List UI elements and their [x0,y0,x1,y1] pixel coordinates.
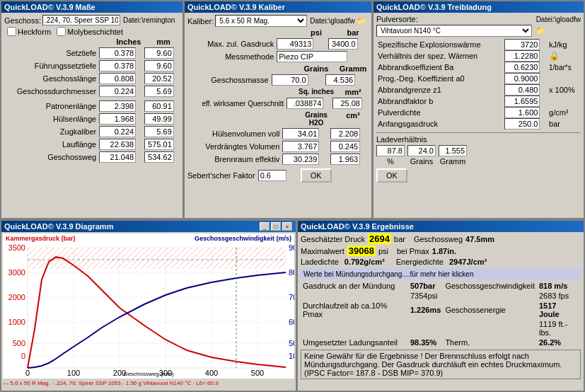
huelsen-gr[interactable] [282,128,319,139]
pulversorte-icon: 📁 [535,26,545,35]
energiedichte-val: 2947J/cm³ [449,258,487,266]
svg-text:500: 500 [289,339,294,347]
panel-masse: QuickLOAD© V.3.9 Maße Geschoss: Datei:\r… [0,0,184,219]
durchmesser-mm[interactable] [144,86,174,97]
patronen-mm[interactable] [144,100,174,112]
ladedichte-val: 0.792g/cm³ [344,258,385,266]
kaliber-title: QuickLOAD© V.3.9 Kaliber [185,1,371,13]
col-bar: bar [337,28,369,37]
max-gasdruck-bar[interactable] [328,38,358,50]
geschossmasse-g[interactable] [325,74,355,86]
diagramm-close[interactable]: × [282,222,292,231]
abbrandfaktor-val[interactable] [504,96,540,107]
geschaetzter-unit: bar [394,235,405,243]
kaliber-select[interactable]: 5.6 x 50 R Mag. [215,15,307,27]
eff-sq[interactable] [286,98,323,109]
durchmesser-in[interactable] [99,86,136,97]
svg-text:500: 500 [251,369,264,377]
brennraum-gr[interactable] [282,154,319,165]
geschoss-input[interactable] [42,15,120,25]
huelsenl-label: Hülsenlänge [4,113,98,125]
fuehrung-in[interactable] [99,60,136,71]
pulverdichte-val[interactable] [504,107,540,118]
laufl-in[interactable] [99,139,136,150]
gasdruck-val2: 7354psi [408,291,443,301]
max-val: 39068 [347,246,376,256]
huelsen-label: Hülsenvolumen voll [187,127,281,140]
laenge-in[interactable] [99,73,136,84]
heckform-checkbox[interactable]: Heckform [7,27,51,36]
bei-pmax-label: bei Pmax [397,247,429,255]
ladeverh-label: Ladeverhältnis [376,135,427,144]
abbrand-ba-val[interactable] [504,62,540,73]
bei-pmax-val: 1.87in. [432,247,456,255]
setztiefe-mm[interactable] [144,47,174,59]
abbrandgrenze-val[interactable] [504,84,540,96]
verh-waermen-val[interactable] [504,50,540,62]
pulversorte-select[interactable]: Vihtavuori N140 °C [376,25,532,37]
huelsenl-in[interactable] [99,113,136,125]
geschossweg-erg-label: Geschossweg [414,235,463,243]
sebert-val[interactable] [258,170,286,181]
brennraum-cm3[interactable] [330,154,360,165]
messmethode-val[interactable] [277,51,347,62]
laufl-mm[interactable] [144,139,174,150]
geschossweg-mm[interactable] [144,151,174,163]
svg-text:700: 700 [289,293,294,301]
geschossmasse-gr[interactable] [272,74,308,86]
treibladung-ok-button[interactable]: OK [376,168,407,183]
moly-checkbox[interactable]: Molybeschichtet [57,27,123,36]
svg-text:900: 900 [289,244,294,252]
geschossweg-label: Geschossweg [4,151,98,163]
ladeverh-val1[interactable] [376,145,405,156]
kaliber-ok-button[interactable]: OK [301,168,332,183]
ergebnisse-title: QuickLOAD© V.3.9 Ergebnisse [298,221,584,232]
laenge-label: Geschosslänge [4,72,98,85]
patronen-label: Patronenlänge [4,100,98,113]
svg-text:3000: 3000 [8,268,25,277]
warning-box: Keine Gewähr für die Ergebnisse ! Der Br… [301,350,581,379]
svg-text:2000: 2000 [8,293,25,301]
zugkaliber-in[interactable] [99,126,136,137]
gasdruck-label: Gasdruck an der Mündung [301,281,408,301]
spez-explo-label: Spezifische Explosionswärme [376,39,504,50]
panel-ergebnisse: QuickLOAD© V.3.9 Ergebnisse Geschätzter … [296,219,585,392]
geschossenergie-val1: 1517 Joule [537,301,581,319]
col-mm: mm [149,38,178,46]
patronen-in[interactable] [99,100,136,112]
therm-val: 26.2% [537,338,581,347]
energiedichte-label: Energiedichte [396,258,444,266]
anfangsgasdruck-val[interactable] [504,118,540,129]
diagramm-legend: — 5.6 x 50 R Mag. - .224, 70. Speer SSP … [3,380,294,386]
prog-val[interactable] [504,73,540,84]
geschossweg-in[interactable] [99,151,136,163]
verdraengtes-cm3[interactable] [330,141,360,152]
panel-treibladung: QuickLOAD© V.3.9 Treibladung Pulversorte… [372,0,585,219]
verdraengtes-gr[interactable] [282,141,319,152]
max-gasdruck-psi[interactable] [277,38,313,50]
ladeverh-val3[interactable] [439,145,467,156]
panel-kaliber: QuickLOAD© V.3.9 Kaliber Kaliber: 5.6 x … [183,0,373,219]
huelsenl-mm[interactable] [144,113,174,125]
werte-header[interactable]: Werte bei Mündungsdurchgang....für mehr … [301,268,581,279]
geschossgeschw-val1: 818 m/s [537,281,581,291]
sebert-label: Sebert'scher Faktor [187,171,255,180]
kaliber-datei: Datei:\gloadfw [310,17,354,25]
durchlaufzeit-val: 1.226ms [408,301,443,319]
pulverdichte-unit: g/cm³ [548,107,581,118]
max-gasdruck-label: Max. zul. Gasdruck [187,38,275,50]
svg-text:0: 0 [25,369,30,377]
diagramm-restore[interactable]: □ [271,222,281,231]
ladeverh-val2[interactable] [407,145,436,156]
eff-mm2[interactable] [332,98,362,109]
laenge-mm[interactable] [144,73,174,84]
col-grains: Grains [298,64,335,73]
zugkaliber-mm[interactable] [144,126,174,137]
umgesetzt-label: Umgesetzter Ladungsanteil [301,338,408,347]
huelsen-cm3[interactable] [330,128,360,139]
fuehrung-mm[interactable] [144,60,174,71]
setztiefe-in[interactable] [99,47,136,59]
diagramm-minimize[interactable]: _ [260,222,270,231]
spez-explo-val[interactable] [504,39,540,50]
datei-label: Datei:\remington [123,16,175,24]
